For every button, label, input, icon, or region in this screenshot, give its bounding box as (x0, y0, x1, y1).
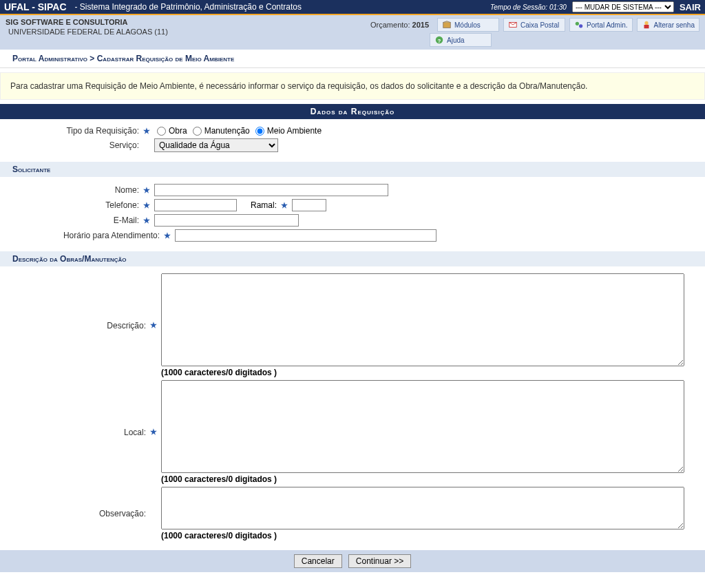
descricao-counter: (1000 caracteres/0 digitados ) (161, 368, 684, 377)
local-textarea[interactable] (161, 380, 684, 473)
form-descricao: Descrição: ★ (1000 caracteres/0 digitado… (0, 266, 705, 550)
svg-text:?: ? (438, 38, 441, 44)
svg-rect-5 (644, 25, 649, 28)
instruction-text: Para cadastrar uma Requisição de Meio Am… (0, 72, 705, 100)
radio-meio-ambiente[interactable] (255, 127, 264, 136)
required-star: ★ (150, 428, 157, 437)
form-requisicao: Tipo da Requisição: ★ Obra Manutenção Me… (0, 119, 705, 162)
svg-point-2 (576, 22, 579, 25)
required-star: ★ (164, 231, 171, 240)
user-key-icon (642, 20, 651, 30)
continuar-button[interactable]: Continuar >> (348, 554, 411, 568)
local-counter: (1000 caracteres/0 digitados ) (161, 474, 684, 484)
modulos-link[interactable]: Módulos (437, 18, 499, 32)
svg-point-4 (644, 21, 648, 25)
svg-point-3 (579, 24, 582, 28)
radio-manutencao-label: Manutenção (204, 126, 250, 136)
radio-obra-label: Obra (169, 126, 187, 136)
app-title: UFAL - SIPAC (4, 1, 67, 12)
horario-input[interactable] (175, 229, 436, 242)
required-star: ★ (143, 127, 150, 136)
radio-meio-ambiente-label: Meio Ambiente (267, 126, 322, 136)
local-label: Local: (12, 428, 150, 437)
svg-rect-0 (443, 23, 451, 28)
info-bar: SIG SOFTWARE E CONSULTORIA UNIVERSIDADE … (0, 15, 705, 50)
cancelar-button[interactable]: Cancelar (294, 554, 342, 568)
logout-link[interactable]: SAIR (680, 2, 701, 12)
mail-icon (508, 20, 518, 30)
ajuda-link[interactable]: ? Ajuda (430, 33, 492, 47)
breadcrumb: Portal Administrativo > Cadastrar Requis… (0, 50, 705, 68)
box-icon (442, 20, 452, 30)
org-name: SIG SOFTWARE E CONSULTORIA (6, 18, 370, 26)
servico-label: Serviço: (12, 140, 143, 150)
horario-label: Horário para Atendimento: (12, 231, 164, 240)
section-header: Dados da Requisição (0, 104, 705, 119)
observacao-textarea[interactable] (161, 487, 684, 529)
caixa-postal-link[interactable]: Caixa Postal (503, 18, 565, 32)
button-bar: Cancelar Continuar >> (0, 550, 705, 572)
descricao-textarea[interactable] (161, 273, 684, 366)
required-star: ★ (143, 216, 150, 225)
observacao-counter: (1000 caracteres/0 digitados ) (161, 531, 684, 540)
radio-manutencao[interactable] (193, 127, 202, 136)
telefone-input[interactable] (154, 199, 237, 211)
top-bar: UFAL - SIPAC - Sistema Integrado de Patr… (0, 0, 705, 15)
tipo-label: Tipo da Requisição: (12, 126, 143, 136)
email-input[interactable] (154, 214, 299, 227)
required-star: ★ (143, 201, 150, 210)
descricao-label: Descrição: (12, 321, 150, 330)
required-star: ★ (150, 321, 157, 330)
nome-label: Nome: (12, 185, 143, 195)
radio-obra[interactable] (157, 127, 166, 136)
observacao-label: Observação: (12, 509, 150, 518)
orcamento-label: Orçamento: 2015 (370, 21, 429, 29)
descricao-header: Descrição da Obras/Manutenção (0, 251, 705, 266)
system-select[interactable]: --- MUDAR DE SISTEMA --- (572, 1, 674, 12)
ramal-label: Ramal: (251, 200, 281, 210)
required-star: ★ (143, 186, 150, 195)
servico-select[interactable]: Qualidade da Água (154, 138, 278, 152)
portal-admin-link[interactable]: Portal Admin. (569, 18, 632, 32)
solicitante-header: Solicitante (0, 162, 705, 177)
alterar-senha-link[interactable]: Alterar senha (637, 18, 699, 32)
telefone-label: Telefone: (12, 200, 143, 210)
email-label: E-Mail: (12, 216, 143, 225)
ramal-input[interactable] (292, 199, 326, 211)
required-star: ★ (281, 201, 288, 210)
tipo-radio-group: Obra Manutenção Meio Ambiente (154, 126, 322, 136)
nome-input[interactable] (154, 184, 388, 196)
admin-icon (574, 20, 584, 30)
session-label: Tempo de Sessão: 01:30 (490, 3, 567, 11)
form-solicitante: Nome: ★ Telefone: ★ Ramal: ★ E-Mail: ★ H… (0, 177, 705, 251)
university-name: UNIVERSIDADE FEDERAL DE ALAGOAS (11) (6, 28, 370, 36)
help-icon: ? (434, 35, 444, 45)
app-subtitle: - Sistema Integrado de Patrimônio, Admin… (75, 2, 491, 12)
